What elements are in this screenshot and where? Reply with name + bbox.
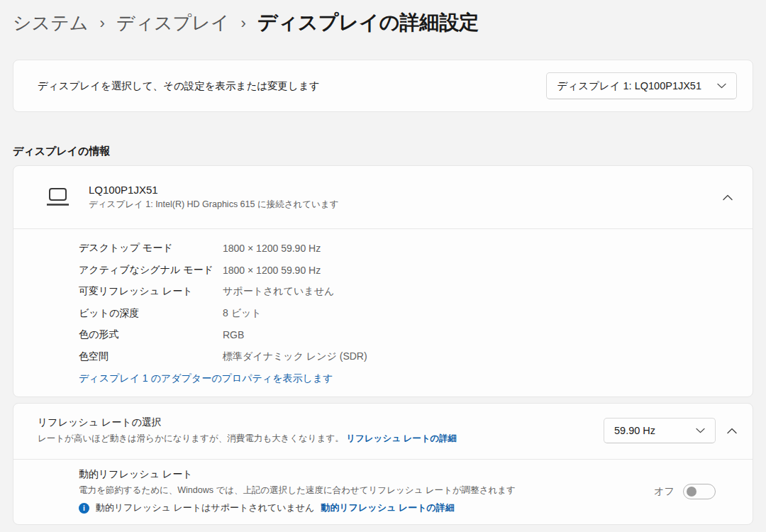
breadcrumb-separator-icon: › [240, 13, 245, 33]
adapter-properties-link[interactable]: ディスプレイ 1 のアダプターのプロパティを表示します [79, 372, 333, 385]
display-select-card: ディスプレイを選択して、その設定を表示または変更します ディスプレイ 1: LQ… [13, 60, 753, 112]
dynamic-refresh-toggle-group: オフ [654, 484, 716, 499]
display-model-name: LQ100P1JX51 [89, 184, 338, 196]
advanced-display-settings-page: システム › ディスプレイ › ディスプレイの詳細設定 ディスプレイを選択して、… [0, 0, 766, 525]
display-select-value: ディスプレイ 1: LQ100P1JX51 [557, 79, 701, 93]
refresh-rate-title: リフレッシュ レートの選択 [38, 416, 457, 429]
spec-value: 1800 × 1200 59.90 Hz [223, 243, 321, 254]
breadcrumb: システム › ディスプレイ › ディスプレイの詳細設定 [0, 0, 766, 37]
refresh-rate-dropdown[interactable]: 59.90 Hz [604, 418, 716, 443]
spec-label: 可変リフレッシュ レート [79, 285, 223, 298]
display-info-titles: LQ100P1JX51 ディスプレイ 1: Intel(R) HD Graphi… [89, 184, 338, 211]
chevron-down-icon [696, 428, 705, 433]
refresh-rate-controls: 59.90 Hz [604, 418, 737, 443]
refresh-rate-value: 59.90 Hz [614, 425, 655, 436]
spec-value: 8 ビット [223, 307, 262, 320]
toggle-knob [687, 487, 696, 497]
chevron-up-icon[interactable] [723, 194, 733, 201]
spec-value: 1800 × 1200 59.90 Hz [223, 265, 321, 276]
spec-value: 標準ダイナミック レンジ (SDR) [223, 350, 367, 363]
dynamic-refresh-rate-text: 動的リフレッシュ レート 電力を節約するために、Windows では、上記の選択… [79, 468, 516, 514]
spec-value: サポートされていません [223, 285, 334, 298]
section-title-display-info: ディスプレイの情報 [13, 145, 753, 158]
page-title: ディスプレイの詳細設定 [257, 9, 479, 36]
display-info-card: LQ100P1JX51 ディスプレイ 1: Intel(R) HD Graphi… [13, 165, 753, 397]
dynamic-refresh-rate-status-text: 動的リフレッシュ レートはサポートされていません [96, 501, 314, 514]
dynamic-refresh-learn-more-link[interactable]: 動的リフレッシュ レートの詳細 [321, 501, 454, 514]
spec-row-variable-refresh-rate: 可変リフレッシュ レート サポートされていません [79, 281, 731, 303]
spec-label: デスクトップ モード [79, 242, 223, 255]
toggle-state-label: オフ [654, 485, 675, 498]
spec-label: 色の形式 [79, 328, 223, 341]
spec-row-color-format: 色の形式 RGB [79, 324, 731, 346]
laptop-icon [45, 187, 70, 208]
refresh-rate-card: リフレッシュ レートの選択 レートが高いほど動きは滑らかになりますが、消費電力も… [13, 403, 753, 525]
spec-row-desktop-mode: デスクトップ モード 1800 × 1200 59.90 Hz [79, 238, 731, 260]
refresh-rate-titles: リフレッシュ レートの選択 レートが高いほど動きは滑らかになりますが、消費電力も… [38, 416, 457, 445]
display-select-label: ディスプレイを選択して、その設定を表示または変更します [38, 79, 320, 93]
dynamic-refresh-toggle[interactable] [683, 484, 716, 499]
info-icon: i [79, 503, 89, 514]
spec-label: 色空間 [79, 350, 223, 363]
dynamic-refresh-rate-title: 動的リフレッシュ レート [79, 468, 516, 481]
refresh-rate-header: リフレッシュ レートの選択 レートが高いほど動きは滑らかになりますが、消費電力も… [13, 404, 753, 459]
spec-label: ビットの深度 [79, 307, 223, 320]
dynamic-refresh-rate-row: 動的リフレッシュ レート 電力を節約するために、Windows では、上記の選択… [13, 459, 753, 524]
display-info-expander-header[interactable]: LQ100P1JX51 ディスプレイ 1: Intel(R) HD Graphi… [13, 166, 753, 228]
spec-value: RGB [223, 329, 244, 340]
display-info-details: デスクトップ モード 1800 × 1200 59.90 Hz アクティブなシグ… [13, 228, 753, 397]
breadcrumb-item-display[interactable]: ディスプレイ [116, 11, 230, 35]
dynamic-refresh-rate-description: 電力を節約するために、Windows では、上記の選択した速度に合わせてリフレッ… [79, 484, 516, 497]
refresh-rate-description-text: レートが高いほど動きは滑らかになりますが、消費電力も大きくなります。 [38, 433, 344, 443]
breadcrumb-separator-icon: › [99, 13, 104, 33]
spec-label: アクティブなシグナル モード [79, 264, 223, 277]
breadcrumb-item-system[interactable]: システム [13, 11, 88, 35]
spec-row-bit-depth: ビットの深度 8 ビット [79, 303, 731, 325]
display-connection-subtitle: ディスプレイ 1: Intel(R) HD Graphics 615 に接続され… [89, 199, 338, 211]
spec-row-active-signal-mode: アクティブなシグナル モード 1800 × 1200 59.90 Hz [79, 260, 731, 282]
chevron-down-icon [717, 83, 726, 89]
spec-row-color-space: 色空間 標準ダイナミック レンジ (SDR) [79, 346, 731, 368]
refresh-rate-description: レートが高いほど動きは滑らかになりますが、消費電力も大きくなります。 リフレッシ… [38, 432, 457, 445]
dynamic-refresh-rate-status: i 動的リフレッシュ レートはサポートされていません 動的リフレッシュ レートの… [79, 501, 516, 514]
chevron-up-icon[interactable] [727, 428, 737, 434]
display-select-dropdown[interactable]: ディスプレイ 1: LQ100P1JX51 [546, 72, 737, 99]
refresh-rate-learn-more-link[interactable]: リフレッシュ レートの詳細 [346, 432, 457, 445]
